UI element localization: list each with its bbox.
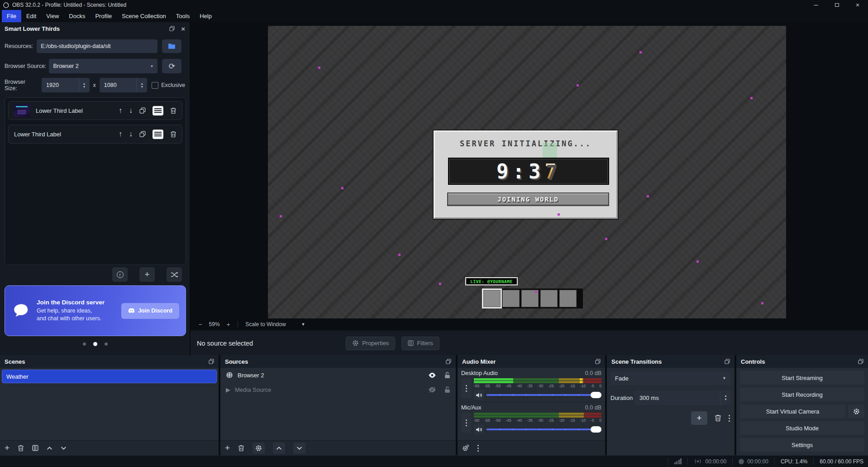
menu-docks[interactable]: Docks xyxy=(64,10,90,22)
trash-icon[interactable] xyxy=(170,107,176,114)
dock-popout-icon[interactable] xyxy=(446,359,451,364)
page-dot[interactable] xyxy=(105,342,108,346)
preview-canvas[interactable]: SERVER INITIALIZING... 9:37 JOINING WORL… xyxy=(268,26,786,318)
list-item[interactable]: Lower Third Label ↑ ↓ xyxy=(8,101,182,120)
add-transition-button[interactable]: + xyxy=(691,411,707,425)
filters-button[interactable]: Filters xyxy=(401,337,439,350)
settings-button[interactable]: Settings xyxy=(740,438,864,452)
transition-select[interactable]: Fade ▼ xyxy=(610,371,731,385)
maximize-icon[interactable] xyxy=(826,0,847,10)
chevron-down-icon[interactable]: ▼ xyxy=(301,322,305,327)
folder-icon xyxy=(168,43,176,49)
page-dot[interactable] xyxy=(83,342,86,346)
vu-tick-label: -35 xyxy=(527,384,533,388)
spin-down-icon[interactable]: ▾ xyxy=(141,85,143,88)
dock-popout-icon[interactable] xyxy=(725,359,730,364)
remove-scene-button[interactable] xyxy=(18,445,24,452)
preview-area: SERVER INITIALIZING... 9:37 JOINING WORL… xyxy=(191,22,868,355)
add-scene-button[interactable]: + xyxy=(5,443,10,453)
browser-width-spinner[interactable]: 1920 ▴▾ xyxy=(42,78,90,92)
duration-spinner[interactable]: 300 ms ▴ ▾ xyxy=(634,390,731,405)
add-source-button[interactable]: + xyxy=(225,443,230,453)
speaker-icon[interactable] xyxy=(474,390,484,400)
advanced-audio-gear-icon[interactable] xyxy=(462,444,469,452)
studio-mode-button[interactable]: Studio Mode xyxy=(740,421,864,435)
menu-help[interactable]: Help xyxy=(195,10,217,22)
start-streaming-button[interactable]: Start Streaming xyxy=(740,371,864,385)
dock-popout-icon[interactable] xyxy=(858,359,863,364)
dock-popout-icon[interactable] xyxy=(169,26,175,31)
duplicate-icon[interactable] xyxy=(139,131,146,137)
source-move-down-button[interactable] xyxy=(293,443,305,454)
resources-input[interactable]: E:/obs-studio/plugin-data/slt xyxy=(37,39,157,53)
source-move-up-button[interactable] xyxy=(273,443,285,454)
zoom-mode-select[interactable]: Scale to Window xyxy=(242,321,289,327)
spin-down-icon[interactable]: ▾ xyxy=(725,398,726,401)
properties-button[interactable]: Properties xyxy=(346,337,395,350)
menu-view[interactable]: View xyxy=(41,10,64,22)
start-virtual-camera-button[interactable]: Start Virtual Camera xyxy=(740,404,845,418)
scene-move-up-button[interactable] xyxy=(47,446,52,450)
discord-banner[interactable]: Join the Discord server Get help, share … xyxy=(5,285,186,336)
speaker-icon[interactable] xyxy=(474,424,484,434)
volume-slider[interactable] xyxy=(486,426,601,433)
transition-menu-icon[interactable] xyxy=(729,414,730,422)
refresh-button[interactable]: ⟳ xyxy=(162,59,181,73)
volume-slider-handle[interactable] xyxy=(591,392,601,398)
remove-transition-button[interactable] xyxy=(715,414,721,422)
minimize-icon[interactable] xyxy=(806,0,826,10)
trash-icon[interactable] xyxy=(170,131,176,138)
menu-profile[interactable]: Profile xyxy=(90,10,117,22)
menu-edit[interactable]: Edit xyxy=(21,10,41,22)
source-row-browser2[interactable]: Browser 2 xyxy=(220,368,456,382)
virtual-camera-gear-button[interactable] xyxy=(848,404,864,418)
mixer-menu-icon[interactable] xyxy=(477,444,479,452)
browser-height-spinner[interactable]: 1080 ▴▾ xyxy=(100,78,148,92)
hotbar-slot xyxy=(502,290,520,307)
volume-slider-handle[interactable] xyxy=(591,426,601,433)
spin-down-icon[interactable]: ▾ xyxy=(83,85,85,88)
channel-menu-button[interactable] xyxy=(461,413,471,433)
start-recording-button[interactable]: Start Recording xyxy=(740,388,864,401)
vu-tick-label: -30 xyxy=(538,384,543,388)
channel-menu-button[interactable] xyxy=(461,378,471,398)
source-properties-button[interactable] xyxy=(253,443,265,454)
duplicate-icon[interactable] xyxy=(139,107,146,114)
visibility-eye-icon[interactable] xyxy=(428,372,436,378)
browser-source-select[interactable]: Browser 2 ▼ xyxy=(49,59,157,73)
join-discord-button[interactable]: Join Discord xyxy=(121,303,179,319)
info-button[interactable]: i xyxy=(112,267,128,282)
zoom-in-button[interactable]: + xyxy=(223,321,234,328)
scene-filters-button[interactable] xyxy=(32,445,38,451)
menu-scene-collection[interactable]: Scene Collection xyxy=(117,10,171,22)
source-row-media-source[interactable]: ▶ Media Source xyxy=(220,382,456,397)
scene-move-down-button[interactable] xyxy=(61,446,67,450)
menu-file[interactable]: File xyxy=(2,10,21,22)
lock-icon[interactable] xyxy=(444,386,450,393)
remove-source-button[interactable] xyxy=(238,445,244,452)
exclusive-checkbox[interactable] xyxy=(152,82,158,89)
vu-tick-label: -50 xyxy=(495,384,501,388)
dock-popout-icon[interactable] xyxy=(209,359,214,364)
list-item[interactable]: Lower Third Label ↑ ↓ xyxy=(8,125,182,144)
browse-folder-button[interactable] xyxy=(162,39,181,53)
move-up-icon[interactable]: ↑ xyxy=(119,130,122,138)
dock-close-icon[interactable]: × xyxy=(181,25,185,33)
volume-slider[interactable] xyxy=(486,392,601,398)
edit-list-button[interactable] xyxy=(153,130,163,139)
menubar: File Edit View Docks Profile Scene Colle… xyxy=(0,10,868,22)
move-down-icon[interactable]: ↓ xyxy=(129,130,133,138)
edit-list-button[interactable] xyxy=(153,106,163,116)
menu-tools[interactable]: Tools xyxy=(171,10,195,22)
lock-icon[interactable] xyxy=(444,372,450,379)
zoom-out-button[interactable]: − xyxy=(195,321,206,328)
visibility-eye-off-icon[interactable] xyxy=(428,387,436,393)
page-dot-active[interactable] xyxy=(93,342,97,346)
move-down-icon[interactable]: ↓ xyxy=(129,107,133,114)
scene-item-weather[interactable]: Weather xyxy=(2,370,217,383)
move-up-icon[interactable]: ↑ xyxy=(119,107,122,114)
close-icon[interactable]: × xyxy=(847,0,868,10)
shuffle-button[interactable] xyxy=(167,267,182,282)
dock-popout-icon[interactable] xyxy=(595,359,601,364)
add-lower-third-button[interactable]: + xyxy=(139,267,155,282)
